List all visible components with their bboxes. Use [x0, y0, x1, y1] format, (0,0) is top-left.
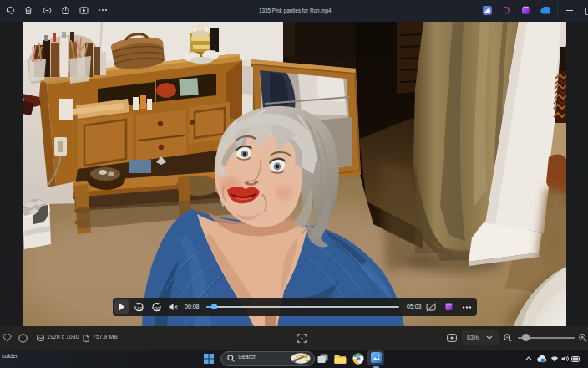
svg-text:10: 10	[137, 306, 144, 312]
svg-text:30: 30	[154, 306, 160, 312]
